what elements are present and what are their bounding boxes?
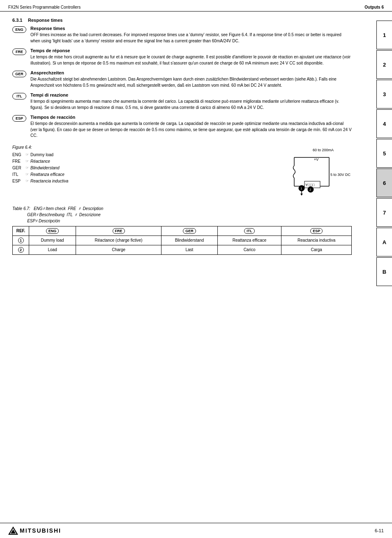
lang-badge-eng: ENG [12,26,26,33]
sidebar-tab-label: A [383,239,386,245]
sidebar-tab-label: 4 [383,121,386,127]
ref-table: REF. ENG FRE GER ITL ESP 1Dummy loadRéac… [12,226,352,255]
figure-items: ENG ☞ Dummy loadFRE ☞ RéactanceGER ☞ Bli… [12,152,261,185]
figure-item: ITL ☞ Reattanza efficace [12,171,261,178]
figure-item-desc: Reactancia inductiva [30,178,68,185]
table-cell-ger: Blindwiderstand [161,236,218,245]
page-footer: MITSUBISHI 6-11 [0,523,392,538]
figure-item: FRE ☞ Réactance [12,158,261,165]
lang-badge-fre: FRE [12,48,26,55]
col-header-ref: REF. [13,226,29,236]
sidebar-tab-label: B [383,269,386,275]
table-cell-esp: Reactancia inductiva [281,236,352,245]
table-cell-ger: Last [161,245,218,254]
figure-item-arrow: ☞ [25,178,29,184]
lang-title-fre: Temps de réponse [30,48,352,53]
lang-text-ger: Die Ausschaltzeit steigt bei abnehmenden… [30,76,352,88]
table-cell-eng: Load [29,245,76,254]
mitsubishi-logo-icon [8,526,18,535]
figure-left: Figure 6.4: ENG ☞ Dummy loadFRE ☞ Réacta… [12,145,261,185]
figure-item-lang: FRE [12,158,24,165]
svg-text:1: 1 [300,187,302,190]
lang-title-esp: Tiempos de reacción [30,115,352,120]
svg-text:5 to 30V DC: 5 to 30V DC [330,173,351,177]
circuit-svg: 60 to 200mA 5 to 30V DC +V [270,145,352,199]
table-caption-line2: GER♯ Beschreibung ITL ♯ Descrizione [12,212,101,217]
sidebar-tab-2[interactable]: 2 [376,50,392,79]
lang-content-ger: AnsprechzeitenDie Ausschaltzeit steigt b… [30,70,352,88]
figure-item-lang: ITL [12,171,24,178]
lang-text-esp: El tiempo de desconexión aumenta a medid… [30,121,352,139]
section-title: Response times [28,18,62,23]
figure-item: ENG ☞ Dummy load [12,152,261,158]
figure-item: ESP ☞ Reactancia inductiva [12,178,261,185]
table-caption-line3: ESP♯ Descripción [12,219,60,223]
lang-content-esp: Tiempos de reacciónEl tiempo de desconex… [30,115,352,139]
sidebar-tab-6[interactable]: 6 [376,169,392,197]
sidebar-tab-label: 1 [383,32,386,38]
lang-blocks-container: ENGResponse timesOFF times increase as t… [12,26,352,139]
lang-block-esp: ESPTiempos de reacciónEl tiempo de desco… [12,115,352,139]
figure-item: GER ☞ Blindwiderstand [12,165,261,171]
figure-item-desc: Reattanza efficace [30,171,65,178]
table-caption: Table 6.7: ENG♯ Item check FRE ♯ Descrip… [12,206,352,224]
sidebar-tab-b[interactable]: B [376,257,392,286]
col-header-fre: FRE [76,226,161,236]
table-body: 1Dummy loadRéactance (charge fictive)Bli… [13,236,352,254]
lang-block-ger: GERAnsprechzeitenDie Ausschaltzeit steig… [12,70,352,88]
lang-badge-esp: ESP [12,115,26,122]
figure-item-arrow: ☞ [25,158,29,164]
figure-item-lang: ESP [12,178,24,185]
table-cell-eng: Dummy load [29,236,76,245]
sidebar-tab-7[interactable]: 7 [376,198,392,227]
ref-circle: 1 [18,238,24,243]
sidebar-tab-3[interactable]: 3 [376,80,392,109]
sidebar-tab-5[interactable]: 5 [376,139,392,168]
page-wrapper: FX2N Series Programmable Controllers Out… [0,0,392,538]
right-sidebar: 1234567AB [376,21,392,287]
sidebar-tab-label: 3 [383,91,386,97]
col-header-esp: ESP [281,226,352,236]
svg-text:2: 2 [309,188,311,192]
lang-text-itl: Il tempo di spegnimento aumenta man mano… [30,99,352,111]
sidebar-tab-label: 6 [383,180,386,186]
lang-title-eng: Response times [30,26,352,31]
lang-text-fre: Le temps de mise hors circuit augmente a… [30,54,352,66]
lang-badge-ger: GER [12,71,26,77]
figure-item-desc: Dummy load [30,152,53,158]
logo-text: MITSUBISHI [20,527,61,534]
sidebar-tab-4[interactable]: 4 [376,109,392,138]
sidebar-tab-label: 5 [383,150,386,157]
lang-text-eng: OFF times increase as the load current d… [30,32,352,44]
table-row: 1Dummy loadRéactance (charge fictive)Bli… [13,236,352,245]
figure-item-desc: Réactance [30,158,50,165]
lang-block-itl: ITLTempi di reazioneIl tempo di spegnime… [12,92,352,111]
lang-content-eng: Response timesOFF times increase as the … [30,26,352,44]
figure-item-lang: GER [12,165,24,171]
sidebar-tab-label: 7 [383,210,386,216]
header-right: Outputs 6 [364,5,384,9]
table-cell-itl: Carico [217,245,281,254]
col-header-ger: GER [161,226,218,236]
table-cell-ref: 2 [13,245,29,254]
sidebar-tab-a[interactable]: A [376,228,392,256]
table-row: 2LoadChargeLastCaricoCarga [13,245,352,254]
col-header-eng: ENG [29,226,76,236]
section-heading: 6.3.1 Response times [12,18,352,23]
svg-text:+V: +V [314,157,318,162]
table-caption-line1: Table 6.7: ENG♯ Item check FRE ♯ Descrip… [12,206,103,211]
sidebar-tab-1[interactable]: 1 [376,21,392,49]
circuit-diagram: 60 to 200mA 5 to 30V DC +V [270,145,352,199]
table-cell-fre: Réactance (charge fictive) [76,236,161,245]
table-section: Table 6.7: ENG♯ Item check FRE ♯ Descrip… [12,206,352,255]
sidebar-tab-label: 2 [383,62,386,68]
figure-item-lang: ENG [12,152,24,158]
svg-text:60 to 200mA: 60 to 200mA [313,148,334,152]
figure-section: Figure 6.4: ENG ☞ Dummy loadFRE ☞ Réacta… [12,145,352,199]
main-content: 6.3.1 Response times ENGResponse timesOF… [0,12,376,523]
table-cell-esp: Carga [281,245,352,254]
svg-marker-15 [300,194,303,196]
figure-item-arrow: ☞ [25,152,29,157]
figure-item-arrow: ☞ [25,165,29,171]
table-cell-fre: Charge [76,245,161,254]
